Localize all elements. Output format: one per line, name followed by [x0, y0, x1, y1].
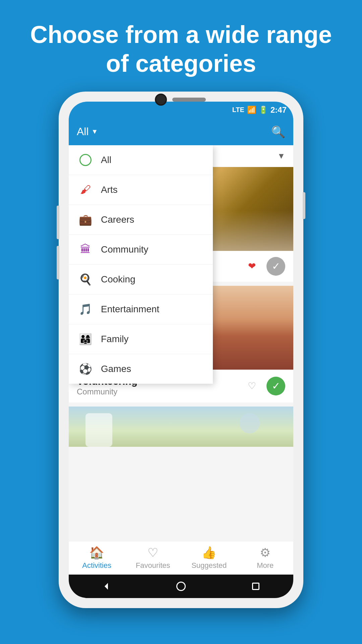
- camera: [156, 95, 166, 104]
- suggested-icon: 👍: [201, 546, 217, 560]
- phone-frame: LTE 📶 🔋 2:47 All ▼ 🔍: [59, 92, 303, 608]
- battery-icon: 🔋: [259, 106, 268, 114]
- cooking-check-button[interactable]: ✓: [266, 257, 285, 276]
- power-button: [303, 192, 305, 219]
- filter-label: All: [77, 125, 89, 138]
- arts-label: Arts: [101, 184, 118, 195]
- dropdown-item-games[interactable]: ⚽ Games: [69, 354, 213, 384]
- family-label: Family: [101, 334, 128, 344]
- dropdown-item-community[interactable]: 🏛 Community: [69, 235, 213, 265]
- speaker: [172, 98, 206, 102]
- games-label: Games: [101, 364, 131, 374]
- more-label: More: [257, 561, 274, 570]
- activities-label: Activities: [82, 561, 111, 570]
- all-label: All: [101, 155, 111, 165]
- all-icon: [78, 153, 93, 167]
- dropdown-item-cooking[interactable]: 🍳 Cooking: [69, 265, 213, 294]
- home-button[interactable]: [175, 580, 187, 592]
- cooking-label: Cooking: [101, 274, 135, 285]
- time-display: 2:47: [270, 105, 287, 115]
- dropdown-item-arts[interactable]: 🖌 Arts: [69, 175, 213, 205]
- activities-icon: 🏠: [89, 546, 104, 560]
- recents-button[interactable]: [250, 580, 262, 592]
- cooking-icon: 🍳: [78, 272, 93, 287]
- dropdown-item-careers[interactable]: 💼 Careers: [69, 205, 213, 235]
- page-header: Choose from a wide range of categories: [0, 0, 362, 92]
- dropdown-item-entertainment[interactable]: 🎵 Entertainment: [69, 294, 213, 324]
- cooking-heart-button[interactable]: ❤: [242, 257, 261, 276]
- favourites-icon: ♡: [147, 546, 158, 560]
- volume-up-button: [57, 206, 59, 239]
- careers-label: Careers: [101, 214, 134, 225]
- partial-card: [69, 407, 293, 447]
- entertainment-icon: 🎵: [78, 302, 93, 317]
- sub-dropdown-arrow: ▼: [277, 151, 285, 161]
- phone-screen: LTE 📶 🔋 2:47 All ▼ 🔍: [69, 102, 293, 598]
- volume-down-button: [57, 246, 59, 279]
- dropdown-item-all[interactable]: All: [69, 145, 213, 175]
- arts-icon: 🖌: [78, 182, 93, 197]
- search-icon: 🔍: [271, 125, 285, 138]
- back-button[interactable]: [100, 580, 112, 592]
- dropdown-item-family[interactable]: 👨‍👩‍👧 Family: [69, 324, 213, 354]
- games-icon: ⚽: [78, 362, 93, 376]
- nav-more[interactable]: ⚙ More: [237, 546, 294, 570]
- volunteering-check-button[interactable]: ✓: [266, 377, 285, 395]
- nav-suggested[interactable]: 👍 Suggested: [181, 546, 237, 570]
- lte-icon: LTE: [232, 106, 244, 114]
- entertainment-label: Entertainment: [101, 304, 159, 315]
- favourites-label: Favourites: [136, 561, 170, 570]
- family-icon: 👨‍👩‍👧: [78, 332, 93, 346]
- svg-marker-0: [105, 583, 108, 590]
- filter-dropdown-trigger[interactable]: All ▼: [77, 125, 98, 138]
- more-icon: ⚙: [260, 546, 270, 560]
- content-area: Main Program ▼: [69, 145, 293, 541]
- signal-icon: 📶: [247, 106, 256, 114]
- community-icon: 🏛: [78, 242, 93, 257]
- dropdown-arrow-icon: ▼: [92, 128, 98, 136]
- nav-favourites[interactable]: ♡ Favourites: [125, 546, 181, 570]
- community-label: Community: [101, 244, 148, 255]
- dropdown-menu: All 🖌 Arts 💼 Careers 🏛: [69, 145, 213, 384]
- careers-icon: 💼: [78, 212, 93, 227]
- nav-activities[interactable]: 🏠 Activities: [69, 546, 125, 570]
- bottom-nav: 🏠 Activities ♡ Favourites 👍 Suggested ⚙ …: [69, 541, 293, 575]
- page-background: Choose from a wide range of categories L…: [0, 0, 362, 644]
- search-button[interactable]: 🔍: [271, 125, 285, 139]
- volunteering-heart-button[interactable]: ♡: [242, 377, 261, 395]
- suggested-label: Suggested: [191, 561, 227, 570]
- app-bar: All ▼ 🔍: [69, 118, 293, 145]
- android-nav-bar: [69, 575, 293, 598]
- volunteering-card-subtitle: Community: [77, 387, 137, 396]
